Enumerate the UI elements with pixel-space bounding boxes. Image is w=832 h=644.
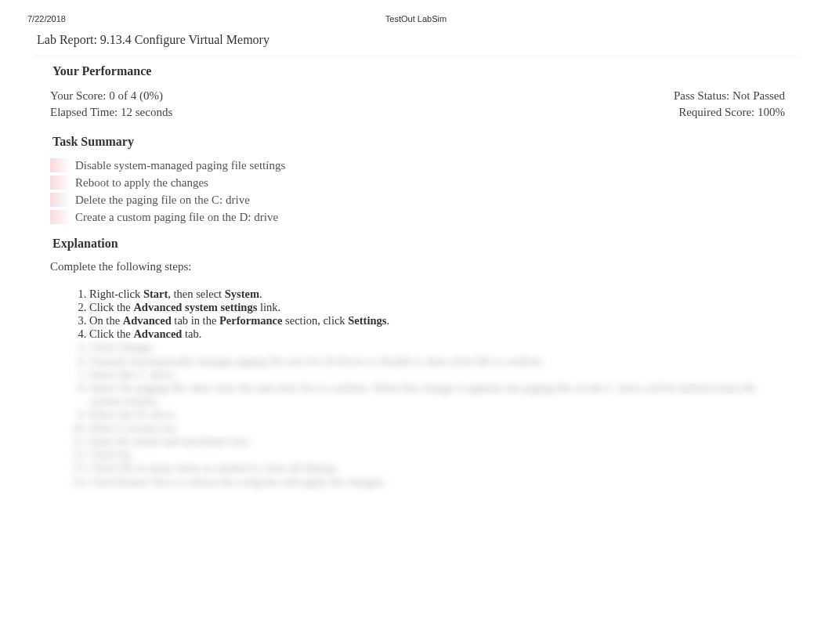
explanation-intro: Complete the following steps: — [50, 257, 785, 273]
fail-icon — [50, 158, 71, 172]
lab-report-title: Lab Report: 9.13.4 Configure Virtual Mem… — [0, 24, 832, 55]
fail-icon — [50, 210, 71, 224]
header-date: 7/22/2018 — [27, 14, 66, 24]
explanation-step-hidden: Unmark Automatically manage paging file … — [89, 355, 785, 368]
fail-icon — [50, 193, 71, 207]
performance-heading: Your Performance — [50, 64, 785, 85]
elapsed-time: Elapsed Time: 12 seconds — [50, 106, 172, 119]
header-product: TestOut LabSim — [385, 14, 447, 24]
task-item-label: Create a custom paging file on the D: dr… — [75, 211, 278, 224]
task-item: Create a custom paging file on the D: dr… — [50, 208, 785, 226]
report-content: Your Performance Your Score: 0 of 4 (0%)… — [31, 55, 801, 489]
fail-icon — [50, 175, 71, 190]
explanation-step-hidden: Click Set. — [89, 448, 785, 461]
explanation-step-hidden: Click OK as many times as needed to clos… — [89, 461, 785, 475]
explanation-step-hidden: Click Restart Now to reboot the computer… — [89, 476, 785, 489]
explanation-step-hidden: Select No paging file, then click Set an… — [89, 382, 785, 408]
explanation-steps: Right-click Start, then select System.Cl… — [50, 273, 785, 489]
task-item-label: Reboot to apply the changes — [75, 176, 208, 190]
task-item: Delete the paging file on the C: drive — [50, 191, 785, 208]
your-score: Your Score: 0 of 4 (0%) — [50, 89, 163, 103]
task-list: Disable system-managed paging file setti… — [50, 155, 785, 226]
explanation-heading: Explanation — [50, 237, 785, 257]
task-summary-heading: Task Summary — [50, 135, 785, 155]
explanation-step: Click the Advanced system settings link. — [89, 301, 785, 314]
task-item: Disable system-managed paging file setti… — [50, 157, 785, 174]
explanation-step-hidden: Enter the initial and maximum size. — [89, 435, 785, 448]
explanation-step: Right-click Start, then select System. — [89, 288, 785, 301]
explanation-step: Click the Advanced tab. — [89, 327, 785, 341]
explanation-step-hidden: Click Change. — [89, 341, 785, 354]
task-item-label: Disable system-managed paging file setti… — [75, 159, 285, 172]
explanation-step-hidden: Select the C: drive. — [89, 368, 785, 382]
task-item-label: Delete the paging file on the C: drive — [75, 194, 250, 207]
explanation-step-hidden: Select Custom size. — [89, 421, 785, 435]
explanation-step: On the Advanced tab in the Performance s… — [89, 314, 785, 327]
pass-status: Pass Status: Not Passed — [674, 89, 785, 103]
task-item: Reboot to apply the changes — [50, 174, 785, 191]
explanation-step-hidden: Select the D: drive. — [89, 408, 785, 421]
required-score: Required Score: 100% — [678, 106, 785, 119]
